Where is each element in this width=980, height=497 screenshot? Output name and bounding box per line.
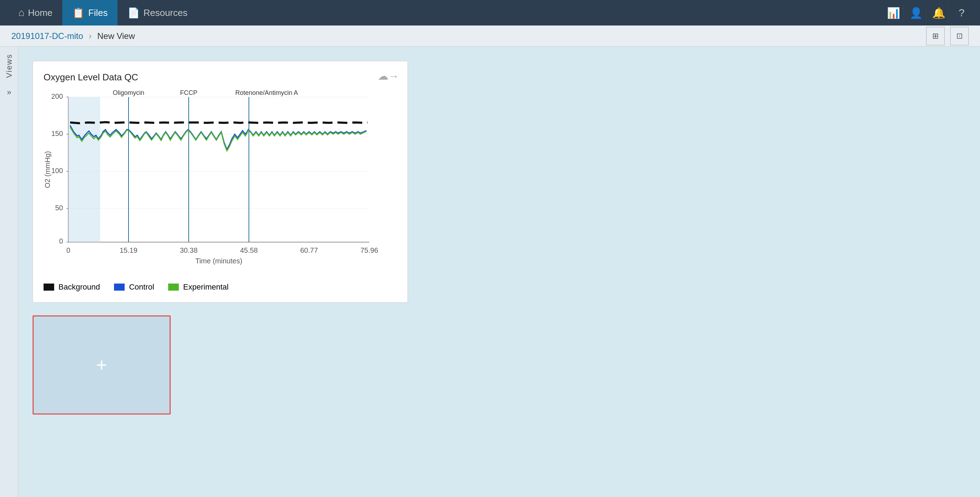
sidebar-expand-button[interactable]: »: [4, 85, 14, 100]
svg-text:0: 0: [66, 246, 70, 254]
legend-experimental-label: Experimental: [183, 283, 228, 292]
content-area: Oxygen Level Data QC ☁→ 200 150 100: [18, 47, 980, 497]
breadcrumb-bar: 20191017-DC-mito › New View ⊞ ⊡: [0, 25, 980, 47]
svg-rect-24: [68, 97, 100, 242]
add-view-button[interactable]: ⊡: [950, 27, 969, 45]
svg-text:60.77: 60.77: [300, 246, 318, 254]
svg-text:Oligomycin: Oligomycin: [113, 90, 144, 96]
svg-text:Rotenone/Antimycin A: Rotenone/Antimycin A: [235, 90, 298, 96]
svg-text:75.96: 75.96: [360, 246, 378, 254]
svg-text:50: 50: [55, 204, 63, 212]
nav-home-label: Home: [28, 8, 52, 18]
experimental-swatch: [168, 284, 179, 291]
sidebar-views-label: Views: [5, 54, 14, 78]
help-icon[interactable]: ?: [952, 3, 972, 23]
legend-item-background: Background: [43, 283, 100, 292]
export-cloud-icon[interactable]: ☁→: [378, 70, 399, 82]
svg-text:150: 150: [51, 130, 63, 137]
nav-home[interactable]: ⌂ Home: [8, 0, 62, 25]
svg-text:30.38: 30.38: [180, 246, 197, 254]
legend-background-label: Background: [59, 283, 100, 292]
legend-item-control: Control: [114, 283, 154, 292]
notifications-icon[interactable]: 🔔: [929, 3, 949, 23]
nav-resources[interactable]: 📄 Resources: [118, 0, 197, 25]
svg-text:0: 0: [59, 237, 63, 245]
svg-text:Time (minutes): Time (minutes): [196, 257, 242, 265]
add-panel-icon: +: [96, 354, 107, 376]
files-icon: 📋: [72, 7, 84, 19]
breadcrumb: 20191017-DC-mito › New View: [11, 31, 135, 41]
analytics-icon[interactable]: 📊: [884, 3, 904, 23]
nav-right-actions: 📊 👤 🔔 ?: [884, 3, 972, 23]
legend-item-experimental: Experimental: [168, 283, 228, 292]
background-swatch: [43, 284, 54, 291]
breadcrumb-current: New View: [97, 31, 135, 41]
legend-control-label: Control: [129, 283, 154, 292]
add-panel-button[interactable]: +: [33, 315, 171, 414]
nav-files-label: Files: [88, 8, 108, 18]
svg-text:O2 (mmHg): O2 (mmHg): [43, 151, 51, 188]
svg-text:45.58: 45.58: [240, 246, 258, 254]
svg-text:200: 200: [51, 92, 63, 100]
chart-card: Oxygen Level Data QC ☁→ 200 150 100: [33, 61, 408, 303]
layout-grid-button[interactable]: ⊞: [926, 27, 945, 45]
nav-files[interactable]: 📋 Files: [62, 0, 118, 25]
breadcrumb-separator: ›: [89, 31, 92, 41]
sidebar: Views »: [0, 47, 18, 497]
top-navigation: ⌂ Home 📋 Files 📄 Resources 📊 👤 🔔 ?: [0, 0, 980, 25]
main-layout: Views » Oxygen Level Data QC ☁→ 200 150: [0, 47, 980, 497]
svg-text:FCCP: FCCP: [180, 90, 197, 96]
breadcrumb-parent[interactable]: 20191017-DC-mito: [11, 31, 83, 41]
home-icon: ⌂: [18, 7, 24, 18]
user-icon[interactable]: 👤: [906, 3, 926, 23]
control-swatch: [114, 284, 125, 291]
svg-text:100: 100: [51, 167, 63, 175]
chart-title: Oxygen Level Data QC: [43, 72, 397, 83]
breadcrumb-actions: ⊞ ⊡: [926, 27, 969, 45]
nav-resources-label: Resources: [143, 8, 187, 18]
chart-legend: Background Control Experimental: [43, 283, 397, 292]
resources-icon: 📄: [127, 7, 140, 19]
svg-text:15.19: 15.19: [120, 246, 137, 254]
oxygen-chart: 200 150 100 50 0 O2 (mmHg) 0: [43, 90, 383, 274]
